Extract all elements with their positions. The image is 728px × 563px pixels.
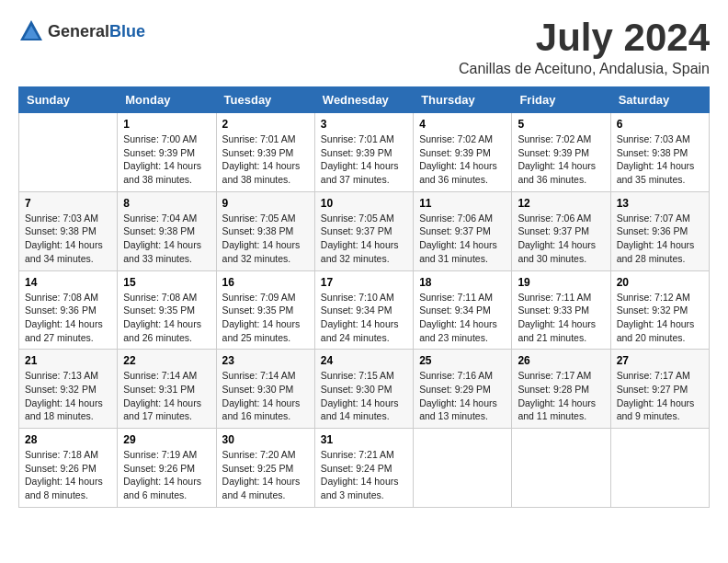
day-info: Sunrise: 7:19 AMSunset: 9:26 PMDaylight:… [123, 448, 210, 502]
calendar-cell: 2Sunrise: 7:01 AMSunset: 9:39 PMDaylight… [216, 113, 314, 192]
day-number: 28 [25, 433, 111, 446]
calendar-cell: 8Sunrise: 7:04 AMSunset: 9:38 PMDaylight… [118, 191, 216, 270]
day-number: 14 [25, 276, 111, 289]
month-title: July 2024 [459, 18, 710, 57]
page-header: GeneralBlue July 2024 Canillas de Aceitu… [18, 18, 710, 77]
day-info: Sunrise: 7:10 AMSunset: 9:34 PMDaylight:… [321, 291, 407, 345]
calendar-cell: 26Sunrise: 7:17 AMSunset: 9:28 PMDayligh… [512, 350, 610, 429]
day-number: 8 [123, 197, 210, 210]
day-info: Sunrise: 7:02 AMSunset: 9:39 PMDaylight:… [419, 132, 506, 187]
day-number: 4 [419, 118, 506, 131]
day-number: 9 [222, 197, 309, 210]
day-info: Sunrise: 7:05 AMSunset: 9:37 PMDaylight:… [321, 212, 407, 266]
calendar-week-row: 28Sunrise: 7:18 AMSunset: 9:26 PMDayligh… [19, 429, 710, 508]
day-number: 17 [321, 276, 407, 289]
day-number: 29 [123, 433, 210, 446]
day-info: Sunrise: 7:21 AMSunset: 9:24 PMDaylight:… [321, 448, 407, 502]
day-number: 23 [222, 354, 309, 367]
day-number: 12 [518, 197, 604, 210]
day-number: 13 [617, 197, 703, 210]
calendar-week-row: 21Sunrise: 7:13 AMSunset: 9:32 PMDayligh… [19, 350, 710, 429]
day-info: Sunrise: 7:03 AMSunset: 9:38 PMDaylight:… [617, 132, 703, 187]
day-info: Sunrise: 7:04 AMSunset: 9:38 PMDaylight:… [123, 212, 210, 266]
day-info: Sunrise: 7:02 AMSunset: 9:39 PMDaylight:… [518, 132, 604, 187]
calendar-cell: 7Sunrise: 7:03 AMSunset: 9:38 PMDaylight… [19, 191, 118, 270]
calendar-day-header: Saturday [610, 87, 709, 113]
calendar-cell: 21Sunrise: 7:13 AMSunset: 9:32 PMDayligh… [19, 350, 118, 429]
calendar-header-row: SundayMondayTuesdayWednesdayThursdayFrid… [19, 87, 710, 113]
calendar-cell [512, 429, 610, 508]
calendar-cell [610, 429, 709, 508]
day-info: Sunrise: 7:12 AMSunset: 9:32 PMDaylight:… [617, 291, 703, 345]
calendar-cell: 12Sunrise: 7:06 AMSunset: 9:37 PMDayligh… [512, 191, 610, 270]
calendar-cell: 17Sunrise: 7:10 AMSunset: 9:34 PMDayligh… [314, 270, 413, 350]
calendar-cell: 10Sunrise: 7:05 AMSunset: 9:37 PMDayligh… [314, 191, 413, 270]
calendar-cell: 6Sunrise: 7:03 AMSunset: 9:38 PMDaylight… [610, 113, 709, 192]
calendar-cell: 13Sunrise: 7:07 AMSunset: 9:36 PMDayligh… [610, 191, 709, 270]
calendar-day-header: Tuesday [216, 87, 314, 113]
calendar-week-row: 1Sunrise: 7:00 AMSunset: 9:39 PMDaylight… [19, 113, 710, 192]
day-info: Sunrise: 7:17 AMSunset: 9:28 PMDaylight:… [518, 369, 604, 423]
day-info: Sunrise: 7:13 AMSunset: 9:32 PMDaylight:… [25, 369, 111, 423]
day-number: 2 [222, 118, 309, 131]
day-number: 27 [617, 354, 703, 367]
day-number: 20 [617, 276, 703, 289]
day-number: 5 [518, 118, 604, 131]
day-info: Sunrise: 7:15 AMSunset: 9:30 PMDaylight:… [321, 369, 407, 423]
day-info: Sunrise: 7:06 AMSunset: 9:37 PMDaylight:… [518, 212, 604, 266]
calendar-day-header: Monday [118, 87, 216, 113]
calendar-week-row: 7Sunrise: 7:03 AMSunset: 9:38 PMDaylight… [19, 191, 710, 270]
day-info: Sunrise: 7:05 AMSunset: 9:38 PMDaylight:… [222, 212, 309, 266]
logo-general: General [48, 22, 109, 40]
day-number: 15 [123, 276, 210, 289]
day-number: 6 [617, 118, 703, 131]
calendar-day-header: Thursday [414, 87, 512, 113]
calendar-cell: 11Sunrise: 7:06 AMSunset: 9:37 PMDayligh… [414, 191, 512, 270]
day-info: Sunrise: 7:01 AMSunset: 9:39 PMDaylight:… [222, 132, 309, 187]
day-number: 25 [419, 354, 506, 367]
calendar-day-header: Friday [512, 87, 610, 113]
day-number: 10 [321, 197, 407, 210]
day-number: 26 [518, 354, 604, 367]
day-info: Sunrise: 7:08 AMSunset: 9:35 PMDaylight:… [123, 291, 210, 345]
day-info: Sunrise: 7:09 AMSunset: 9:35 PMDaylight:… [222, 291, 309, 345]
calendar-cell: 19Sunrise: 7:11 AMSunset: 9:33 PMDayligh… [512, 270, 610, 350]
calendar-cell: 30Sunrise: 7:20 AMSunset: 9:25 PMDayligh… [216, 429, 314, 508]
logo-text: GeneralBlue [48, 22, 145, 41]
calendar-cell [414, 429, 512, 508]
day-info: Sunrise: 7:07 AMSunset: 9:36 PMDaylight:… [617, 212, 703, 266]
calendar-cell: 14Sunrise: 7:08 AMSunset: 9:36 PMDayligh… [19, 270, 118, 350]
calendar-cell: 5Sunrise: 7:02 AMSunset: 9:39 PMDaylight… [512, 113, 610, 192]
day-number: 11 [419, 197, 506, 210]
calendar-cell: 22Sunrise: 7:14 AMSunset: 9:31 PMDayligh… [118, 350, 216, 429]
day-info: Sunrise: 7:14 AMSunset: 9:31 PMDaylight:… [123, 369, 210, 423]
day-number: 30 [222, 433, 309, 446]
calendar-cell: 1Sunrise: 7:00 AMSunset: 9:39 PMDaylight… [118, 113, 216, 192]
day-info: Sunrise: 7:11 AMSunset: 9:34 PMDaylight:… [419, 291, 506, 345]
calendar-cell: 15Sunrise: 7:08 AMSunset: 9:35 PMDayligh… [118, 270, 216, 350]
calendar-cell: 28Sunrise: 7:18 AMSunset: 9:26 PMDayligh… [19, 429, 118, 508]
calendar-cell: 16Sunrise: 7:09 AMSunset: 9:35 PMDayligh… [216, 270, 314, 350]
calendar-cell [19, 113, 118, 192]
day-info: Sunrise: 7:01 AMSunset: 9:39 PMDaylight:… [321, 132, 407, 187]
calendar-cell: 18Sunrise: 7:11 AMSunset: 9:34 PMDayligh… [414, 270, 512, 350]
day-number: 19 [518, 276, 604, 289]
day-number: 31 [321, 433, 407, 446]
calendar-cell: 24Sunrise: 7:15 AMSunset: 9:30 PMDayligh… [314, 350, 413, 429]
logo-icon [18, 18, 44, 44]
day-info: Sunrise: 7:20 AMSunset: 9:25 PMDaylight:… [222, 448, 309, 502]
day-number: 21 [25, 354, 111, 367]
calendar-cell: 31Sunrise: 7:21 AMSunset: 9:24 PMDayligh… [314, 429, 413, 508]
title-section: July 2024 Canillas de Aceituno, Andalusi… [459, 18, 710, 77]
calendar-day-header: Wednesday [314, 87, 413, 113]
calendar-cell: 20Sunrise: 7:12 AMSunset: 9:32 PMDayligh… [610, 270, 709, 350]
location-title: Canillas de Aceituno, Andalusia, Spain [459, 61, 710, 77]
day-number: 3 [321, 118, 407, 131]
calendar-cell: 25Sunrise: 7:16 AMSunset: 9:29 PMDayligh… [414, 350, 512, 429]
calendar-cell: 29Sunrise: 7:19 AMSunset: 9:26 PMDayligh… [118, 429, 216, 508]
calendar-cell: 9Sunrise: 7:05 AMSunset: 9:38 PMDaylight… [216, 191, 314, 270]
logo-blue: Blue [109, 22, 145, 40]
day-info: Sunrise: 7:14 AMSunset: 9:30 PMDaylight:… [222, 369, 309, 423]
calendar-day-header: Sunday [19, 87, 118, 113]
day-info: Sunrise: 7:16 AMSunset: 9:29 PMDaylight:… [419, 369, 506, 423]
